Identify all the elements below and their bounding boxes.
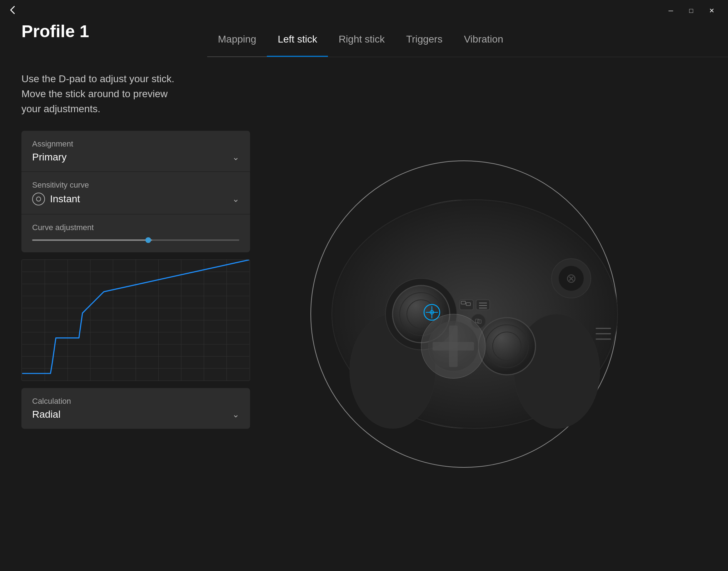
nav-tabs: Mapping Left stick Right stick Triggers … <box>207 21 728 57</box>
maximize-button[interactable]: □ <box>682 4 700 18</box>
controller-svg: ⊗ <box>300 171 650 457</box>
profile-title: Profile 1 <box>21 21 89 41</box>
sensitivity-value: Instant <box>50 193 80 205</box>
calculation-value: Radial <box>32 409 60 420</box>
svg-point-29 <box>478 318 535 375</box>
title-bar-controls: ─ □ ✕ <box>662 4 721 18</box>
svg-rect-51 <box>433 342 474 351</box>
back-button[interactable] <box>7 4 19 17</box>
slider-thumb[interactable] <box>145 237 151 243</box>
minimize-button[interactable]: ─ <box>662 4 680 18</box>
svg-text:⊗: ⊗ <box>566 271 577 286</box>
assignment-value: Primary <box>32 152 66 163</box>
controller-area: ⊗ <box>200 57 728 571</box>
tab-vibration[interactable]: Vibration <box>453 21 514 57</box>
tab-triggers[interactable]: Triggers <box>395 21 453 57</box>
tab-mapping[interactable]: Mapping <box>207 21 267 57</box>
slider-fill <box>32 239 152 241</box>
tab-right-stick[interactable]: Right stick <box>328 21 395 57</box>
title-bar: ─ □ ✕ <box>0 0 728 21</box>
title-bar-left <box>7 4 19 17</box>
sensitivity-curve-icon <box>32 193 45 205</box>
close-button[interactable]: ✕ <box>702 4 721 18</box>
tab-left-stick[interactable]: Left stick <box>267 21 328 57</box>
sensitivity-value-group: Instant <box>32 193 80 205</box>
